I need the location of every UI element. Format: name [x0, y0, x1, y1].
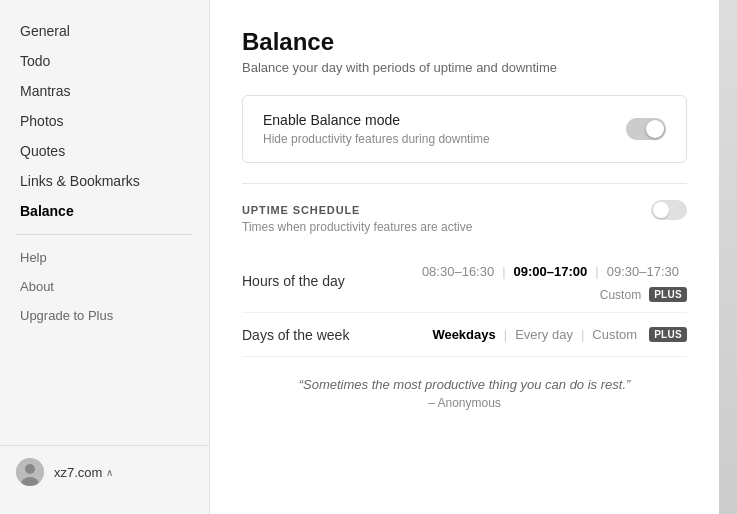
enable-balance-toggle[interactable]	[626, 118, 666, 140]
schedule-header-text: UPTIME SCHEDULE Times when productivity …	[242, 200, 472, 250]
plus-badge-days[interactable]: PLUS	[649, 327, 687, 342]
days-row: Days of the week Weekdays | Every day | …	[242, 313, 687, 357]
hours-options: 08:30–16:30 | 09:00–17:00 | 09:30–17:30 …	[382, 260, 687, 302]
time-option-3[interactable]: 09:30–17:30	[599, 260, 687, 283]
chevron-icon: ∧	[106, 467, 113, 478]
day-option-custom[interactable]: Custom	[584, 323, 645, 346]
sidebar-item-todo[interactable]: Todo	[0, 46, 209, 76]
sidebar-item-quotes[interactable]: Quotes	[0, 136, 209, 166]
uptime-schedule-section: UPTIME SCHEDULE Times when productivity …	[242, 183, 687, 357]
custom-hours-row: Custom PLUS	[600, 287, 687, 302]
uptime-schedule-toggle[interactable]	[651, 200, 687, 220]
sidebar-nav: GeneralTodoMantrasPhotosQuotesLinks & Bo…	[0, 16, 209, 445]
sidebar-item-balance[interactable]: Balance	[0, 196, 209, 226]
hours-times: 08:30–16:30 | 09:00–17:00 | 09:30–17:30	[414, 260, 687, 283]
sidebar-primary-nav: GeneralTodoMantrasPhotosQuotesLinks & Bo…	[0, 16, 209, 226]
enable-balance-desc: Hide productivity features during downti…	[263, 132, 490, 146]
plus-badge-hours[interactable]: PLUS	[649, 287, 687, 302]
sidebar-item-upgrade[interactable]: Upgrade to Plus	[0, 301, 209, 330]
day-option-everyday[interactable]: Every day	[507, 323, 581, 346]
schedule-heading: UPTIME SCHEDULE	[242, 204, 472, 216]
avatar	[16, 458, 44, 486]
days-label: Days of the week	[242, 327, 382, 343]
enable-balance-label: Enable Balance mode	[263, 112, 490, 128]
day-options-list: Weekdays | Every day | Custom PLUS	[424, 323, 687, 346]
quote-author: – Anonymous	[242, 396, 687, 410]
page-title: Balance	[242, 28, 687, 56]
sidebar: GeneralTodoMantrasPhotosQuotesLinks & Bo…	[0, 0, 210, 514]
sidebar-item-help[interactable]: Help	[0, 243, 209, 272]
time-option-2[interactable]: 09:00–17:00	[506, 260, 596, 283]
svg-point-1	[25, 464, 35, 474]
main-content: Balance Balance your day with periods of…	[210, 0, 719, 514]
hours-row: Hours of the day 08:30–16:30 | 09:00–17:…	[242, 250, 687, 313]
custom-hours-label: Custom	[600, 288, 641, 302]
sidebar-item-photos[interactable]: Photos	[0, 106, 209, 136]
footer-username: xz7.com ∧	[54, 465, 113, 480]
sidebar-item-links-bookmarks[interactable]: Links & Bookmarks	[0, 166, 209, 196]
username-text: xz7.com	[54, 465, 102, 480]
page-subtitle: Balance your day with periods of uptime …	[242, 60, 687, 75]
enable-balance-card: Enable Balance mode Hide productivity fe…	[242, 95, 687, 163]
sidebar-footer[interactable]: xz7.com ∧	[0, 445, 209, 498]
sidebar-secondary-nav: HelpAboutUpgrade to Plus	[0, 243, 209, 330]
sidebar-item-general[interactable]: General	[0, 16, 209, 46]
day-option-weekdays[interactable]: Weekdays	[424, 323, 503, 346]
sidebar-item-mantras[interactable]: Mantras	[0, 76, 209, 106]
quote-section: “Sometimes the most productive thing you…	[242, 377, 687, 410]
enable-balance-info: Enable Balance mode Hide productivity fe…	[263, 112, 490, 146]
quote-text: “Sometimes the most productive thing you…	[242, 377, 687, 392]
days-options: Weekdays | Every day | Custom PLUS	[382, 323, 687, 346]
right-edge	[719, 0, 737, 514]
sidebar-divider	[16, 234, 193, 235]
enable-balance-row: Enable Balance mode Hide productivity fe…	[263, 112, 666, 146]
schedule-description: Times when productivity features are act…	[242, 220, 472, 234]
hours-label: Hours of the day	[242, 273, 382, 289]
sidebar-item-about[interactable]: About	[0, 272, 209, 301]
time-option-1[interactable]: 08:30–16:30	[414, 260, 502, 283]
